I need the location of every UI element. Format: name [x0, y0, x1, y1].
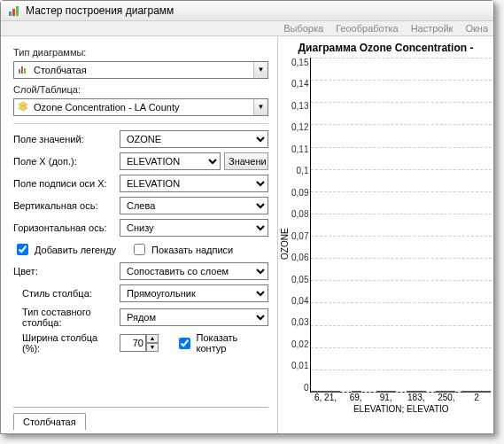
x-field-label: Поле X (доп.):	[13, 156, 116, 167]
y-tick: 0,04	[291, 296, 308, 306]
v-axis-select[interactable]: Слева	[120, 197, 268, 214]
menu-item[interactable]: Окна	[465, 23, 488, 34]
x-label-field-label: Поле подписи оси X:	[13, 178, 116, 189]
layer-icon	[18, 101, 28, 113]
chart-type-select[interactable]: Столбчатая ▼	[13, 61, 268, 79]
spinner-down-button[interactable]: ▼	[146, 343, 159, 352]
svg-rect-5	[24, 68, 26, 74]
menubar: Выборка Геообработка Настройк Окна	[1, 21, 493, 36]
app-icon	[8, 4, 20, 17]
svg-rect-3	[19, 69, 20, 74]
svg-rect-0	[9, 12, 12, 16]
y-axis-title: OZONE	[280, 76, 290, 411]
y-tick: 0,14	[291, 79, 308, 89]
series-tabs: Столбчатая	[13, 407, 268, 430]
svg-marker-7	[19, 105, 27, 111]
show-outline-label: Показать контур	[197, 332, 268, 354]
bar-style-select[interactable]: Прямоугольник	[120, 284, 268, 302]
bar-width-spinner[interactable]: ▲ ▼	[120, 334, 161, 352]
x-axis-ticks: 6, 21,69,91,183,250,2	[310, 393, 492, 402]
chevron-down-icon: ▼	[253, 62, 268, 78]
multi-bar-label: Тип составного столбца:	[22, 307, 116, 328]
y-axis-ticks: 0,150,140,130,120,110,10,090,080,070,060…	[291, 58, 310, 393]
show-outline-checkbox[interactable]	[179, 338, 190, 349]
y-tick: 0,12	[291, 122, 308, 132]
bar-chart-icon	[18, 64, 28, 76]
menu-item[interactable]: Геообработка	[336, 23, 399, 34]
layer-select[interactable]: Ozone Concentration - LA County ▼	[13, 98, 268, 116]
y-tick: 0,08	[291, 209, 308, 219]
y-tick: 0,02	[291, 339, 308, 349]
y-tick: 0,01	[291, 361, 308, 370]
add-legend-label: Добавить легенду	[35, 245, 116, 255]
menu-item[interactable]: Выборка	[283, 23, 323, 34]
chart-title: Диаграмма Ozone Concentration -	[280, 42, 492, 54]
v-axis-label: Вертикальная ось:	[13, 200, 116, 211]
x-field-select[interactable]: ELEVATION	[120, 152, 221, 170]
show-labels-label: Показать надписи	[151, 245, 233, 255]
x-field-value-button[interactable]: Значени	[224, 152, 268, 170]
y-tick: 0,11	[291, 144, 308, 154]
y-tick: 0,03	[291, 317, 308, 327]
color-label: Цвет:	[13, 266, 116, 277]
titlebar: Мастер построения диаграмм	[1, 1, 493, 21]
menu-item[interactable]: Настройк	[411, 23, 454, 34]
bar-style-label: Стиль столбца:	[22, 288, 116, 299]
layer-label: Слой/Таблица:	[13, 84, 268, 95]
svg-rect-2	[16, 6, 19, 16]
x-axis-title: ELEVATION; ELEVATIO	[310, 404, 492, 414]
add-legend-checkbox[interactable]	[17, 244, 28, 255]
spinner-up-button[interactable]: ▲	[146, 334, 159, 343]
y-tick: 0	[304, 383, 309, 393]
x-tick: 250,	[431, 393, 461, 402]
x-tick: 69,	[341, 393, 371, 402]
h-axis-label: Горизонтальная ось:	[13, 222, 116, 233]
svg-rect-4	[21, 66, 23, 74]
y-tick: 0,13	[291, 101, 308, 111]
tab-series-1[interactable]: Столбчатая	[13, 413, 86, 430]
y-tick: 0,1	[297, 166, 309, 175]
x-label-field-select[interactable]: ELEVATION	[120, 175, 268, 192]
show-labels-checkbox[interactable]	[134, 244, 145, 255]
plot-area: 6, 21,69,91,183,250,2 ELEVATION; ELEVATI…	[310, 58, 492, 430]
h-axis-select[interactable]: Снизу	[120, 219, 268, 237]
bar-width-label: Ширина столбца (%):	[22, 332, 116, 354]
y-tick: 0,06	[291, 253, 308, 262]
chart-type-label: Тип диаграммы:	[13, 47, 268, 58]
y-tick: 0,09	[291, 188, 308, 198]
x-tick: 6, 21,	[310, 393, 340, 402]
y-tick: 0,05	[291, 275, 308, 284]
bar-width-input[interactable]	[120, 334, 146, 352]
value-field-select[interactable]: OZONE	[120, 130, 268, 148]
chart-preview: Диаграмма Ozone Concentration - OZONE 0,…	[277, 36, 493, 433]
y-tick: 0,07	[291, 231, 308, 241]
chevron-down-icon: ▼	[253, 99, 268, 115]
x-tick: 2	[461, 393, 492, 402]
svg-rect-1	[12, 9, 15, 16]
window-title: Мастер построения диаграмм	[26, 4, 174, 17]
x-tick: 91,	[371, 393, 401, 402]
settings-panel: Тип диаграммы: Столбчатая ▼ Слой/Таблица…	[1, 36, 277, 433]
multi-bar-select[interactable]: Рядом	[120, 308, 268, 326]
value-field-label: Поле значений:	[13, 134, 116, 144]
x-tick: 183,	[401, 393, 431, 402]
y-tick: 0,15	[291, 58, 308, 67]
color-select[interactable]: Сопоставить со слоем	[120, 262, 268, 280]
